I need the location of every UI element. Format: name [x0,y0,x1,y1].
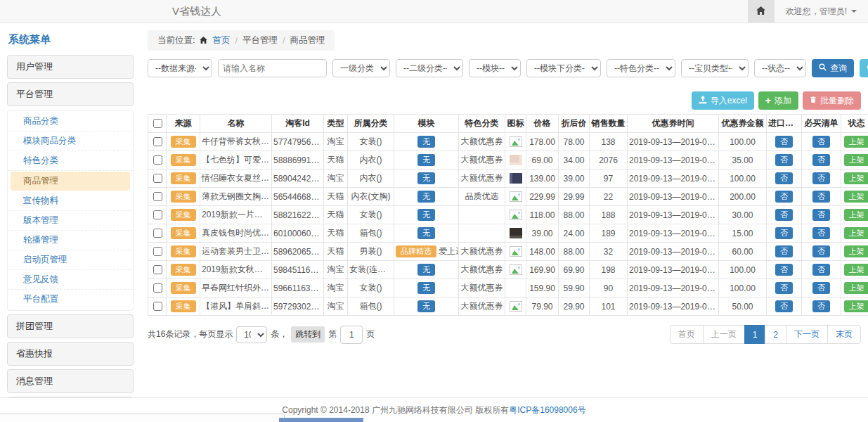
sidebar-item-特色分类[interactable]: 特色分类 [8,151,133,171]
sidebar-item-商品分类[interactable]: 商品分类 [8,112,133,132]
must-buy-flag-button[interactable]: 否 [812,282,830,295]
user-menu[interactable]: 欢迎您，管理员! [775,6,868,18]
must-buy-flag-button[interactable]: 否 [812,191,830,203]
import-flag-button[interactable]: 否 [775,191,793,203]
filter-select-module-subcategory[interactable]: --模块下分类-- [526,59,601,77]
status-badge[interactable]: 上架 [844,227,868,240]
module-none-badge[interactable]: 无 [417,227,435,240]
status-badge[interactable]: 上架 [844,282,868,295]
row-checkbox[interactable] [153,210,162,219]
status-badge[interactable]: 上架 [844,300,868,313]
must-buy-flag-button[interactable]: 否 [812,209,830,222]
filter-select-item-type[interactable]: --宝贝类型-- [681,59,749,77]
select-all-checkbox[interactable] [153,119,162,128]
page-button-末页[interactable]: 末页 [827,325,861,344]
sidebar-item-意见反馈[interactable]: 意见反馈 [8,270,133,290]
import-select-cell: 否 [767,224,802,243]
row-checkbox[interactable] [153,302,162,311]
row-checkbox[interactable] [153,283,162,293]
sidebar-group-拼团管理[interactable]: 拼团管理 [7,314,134,338]
feature-cell: 大额优惠券 [459,151,505,170]
module-none-badge[interactable]: 无 [417,136,435,148]
import-flag-button[interactable]: 否 [775,300,793,313]
row-checkbox[interactable] [153,265,162,274]
sidebar-item-模块商品分类[interactable]: 模块商品分类 [8,132,133,151]
sidebar-item-启动页管理[interactable]: 启动页管理 [8,250,133,270]
must-buy-flag-button[interactable]: 否 [812,264,830,276]
import-flag-button[interactable]: 否 [775,154,793,167]
module-none-badge[interactable]: 无 [417,172,435,185]
sidebar-group-消息管理[interactable]: 消息管理 [7,369,134,393]
must-buy-flag-button[interactable]: 否 [812,245,830,258]
per-page-select[interactable]: 10 [236,326,267,343]
name-search-input[interactable] [218,59,327,77]
page-button-2[interactable]: 2 [765,325,786,344]
filter-select-feature-category[interactable]: --特色分类-- [607,59,675,77]
filter-select-data-source[interactable]: --数据来源-- [148,59,212,77]
import-flag-button[interactable]: 否 [775,172,793,185]
module-none-badge[interactable]: 无 [417,300,435,313]
filter-select-module[interactable]: --模块-- [469,59,521,77]
module-none-badge[interactable]: 无 [417,154,435,167]
row-checkbox[interactable] [153,155,162,165]
must-buy-flag-button[interactable]: 否 [812,136,830,148]
module-cell: 无 [394,279,459,298]
row-checkbox[interactable] [153,192,162,201]
module-none-badge[interactable]: 无 [417,282,435,295]
row-checkbox[interactable] [153,229,162,238]
status-badge[interactable]: 上架 [844,209,868,222]
sidebar-item-商品管理[interactable]: 商品管理 [11,172,130,191]
name-cell: 牛仔背带裤女秋装减龄... [200,133,272,151]
page-button-1[interactable]: 1 [744,325,766,344]
home-button[interactable] [748,0,775,23]
must-buy-flag-button[interactable]: 否 [812,300,830,313]
status-badge[interactable]: 上架 [844,264,868,276]
module-none-badge[interactable]: 无 [417,191,435,203]
type-cell: 淘宝 [324,298,348,316]
icp-link[interactable]: 粤ICP备16098006号 [509,404,585,416]
sidebar-item-版本管理[interactable]: 版本管理 [8,211,133,231]
reset-button[interactable]: 重置 [860,59,868,77]
sidebar-item-轮播管理[interactable]: 轮播管理 [8,231,133,250]
page-button-下一页[interactable]: 下一页 [786,325,828,344]
price-cell: 79.90 [526,298,559,316]
status-badge[interactable]: 上架 [844,136,868,148]
column-header-销售数量: 销售数量 [590,115,628,133]
add-button[interactable]: + 添加 [758,91,798,110]
must-buy-flag-button[interactable]: 否 [812,172,830,185]
must-buy-flag-button[interactable]: 否 [812,154,830,167]
import-flag-button[interactable]: 否 [775,264,793,276]
row-checkbox[interactable] [153,174,162,183]
import-excel-button[interactable]: 导入excel [692,91,754,110]
filter-select-level2-category[interactable]: --二级分类-- [396,59,463,77]
sidebar-item-平台配置[interactable]: 平台配置 [8,290,133,309]
status-badge[interactable]: 上架 [844,172,868,185]
import-flag-button[interactable]: 否 [775,136,793,148]
import-flag-button[interactable]: 否 [775,282,793,295]
sidebar-group-省惠快报[interactable]: 省惠快报 [7,342,134,366]
import-flag-button[interactable]: 否 [775,245,793,258]
page-number-input[interactable] [340,326,363,344]
import-flag-button[interactable]: 否 [775,209,793,222]
breadcrumb-home-link[interactable]: 首页 [212,34,230,46]
status-badge[interactable]: 上架 [844,245,868,258]
sidebar-item-宣传物料[interactable]: 宣传物料 [8,191,133,211]
import-flag-button[interactable]: 否 [775,227,793,240]
price-cell: 118.00 [526,206,559,224]
import-select-cell: 否 [767,298,802,316]
module-none-badge[interactable]: 无 [417,264,435,276]
module-none-badge[interactable]: 无 [417,209,435,222]
sidebar-group-平台管理[interactable]: 平台管理 [7,82,134,106]
status-badge[interactable]: 上架 [844,191,868,203]
filter-select-level1-category[interactable]: 一级分类 [332,59,390,77]
status-badge[interactable]: 上架 [844,154,868,167]
search-button[interactable]: 查询 [812,59,854,77]
filter-select-status[interactable]: --状态-- [754,59,806,77]
batch-delete-button[interactable]: 批量删除 [803,91,861,110]
jump-button[interactable]: 跳转到 [291,326,325,343]
must-buy-flag-button[interactable]: 否 [812,227,830,240]
module-cell: 无 [394,206,459,224]
row-checkbox[interactable] [153,247,162,256]
row-checkbox[interactable] [153,137,162,146]
sidebar-group-用户管理[interactable]: 用户管理 [7,55,134,79]
